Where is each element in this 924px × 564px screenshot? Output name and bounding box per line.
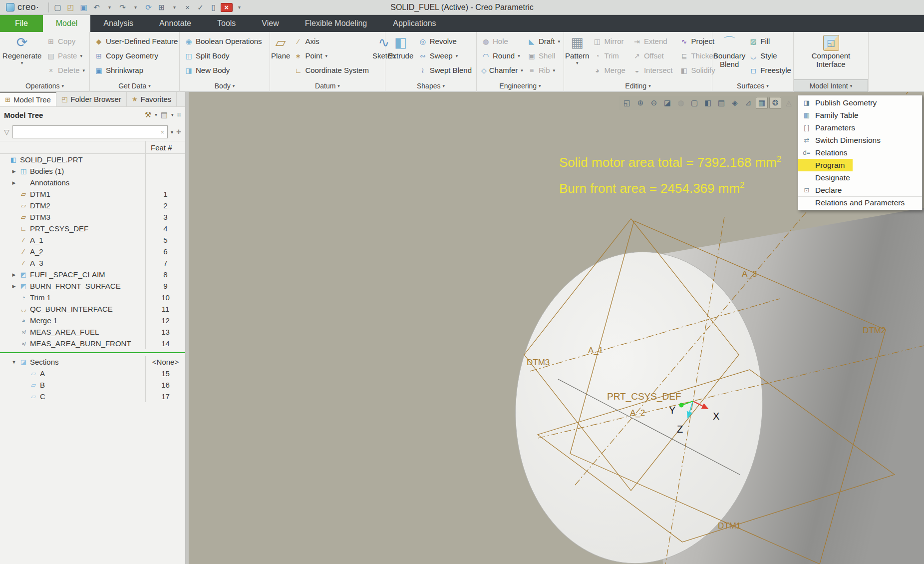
group-label-surfaces[interactable]: Surfaces▾: [712, 79, 793, 92]
copy-geometry-button[interactable]: ⊞Copy Geometry: [91, 48, 181, 63]
ribbon-tab[interactable]: File: [0, 15, 43, 32]
capture-icon[interactable]: ▤: [715, 97, 727, 109]
swept-blend-button[interactable]: ≀Swept Blend: [415, 63, 475, 77]
overflow-caret-icon[interactable]: ▾: [234, 1, 246, 13]
filter-icon[interactable]: ▽: [4, 128, 9, 136]
a1-label[interactable]: A_1: [588, 346, 603, 355]
insert-here-indicator[interactable]: [0, 352, 185, 353]
panel-tab[interactable]: ◰ Folder Browser: [56, 92, 127, 106]
menu-item[interactable]: ◨ Publish Geometry: [798, 96, 922, 109]
tree-row[interactable]: A_2 6: [0, 246, 185, 257]
mirror-button[interactable]: ◫Mirror: [589, 34, 629, 48]
tree-row[interactable]: ▶ BURN_FRONT_SURFACE 9: [0, 280, 185, 292]
shell-button[interactable]: ▣Shell: [524, 48, 564, 63]
csys-label[interactable]: PRT_CSYS_DEF: [607, 391, 681, 402]
tree-row[interactable]: SOLID_FUEL.PRT: [0, 154, 185, 165]
ribbon-tab[interactable]: Annotate: [146, 15, 204, 32]
redo-caret-icon[interactable]: ▾: [130, 1, 142, 13]
tree-row[interactable]: A_1 5: [0, 234, 185, 246]
dtm1-label[interactable]: DTM1: [718, 521, 741, 531]
merge-button[interactable]: ◕Merge: [589, 63, 629, 77]
expand-arrow-icon[interactable]: ▶: [10, 284, 18, 289]
udf-button[interactable]: ◆User-Defined Feature: [91, 34, 181, 48]
chamfer-button[interactable]: ◇Chamfer▾: [478, 63, 524, 77]
tree-search-input[interactable]: ×: [12, 125, 168, 138]
point-button[interactable]: ∗Point▾: [290, 48, 372, 63]
group-label-operations[interactable]: Operations▾: [0, 79, 89, 92]
zoom-in-icon[interactable]: ⊕: [634, 97, 646, 109]
group-label-get-data[interactable]: Get Data▾: [90, 79, 179, 92]
expand-arrow-icon[interactable]: ▶: [10, 169, 18, 174]
sweep-button[interactable]: ∾Sweep▾: [415, 48, 475, 63]
view-manager-icon[interactable]: ◈: [729, 97, 741, 109]
fill-button[interactable]: ▨Fill: [745, 34, 795, 48]
search-caret-icon[interactable]: ▾: [171, 129, 173, 135]
menu-item[interactable]: ▦ Family Table: [798, 109, 922, 121]
zoom-out-icon[interactable]: ⊖: [648, 97, 660, 109]
revolve-button[interactable]: ◎Revolve: [415, 34, 475, 48]
tree-row[interactable]: DTM2 2: [0, 200, 185, 211]
menu-item[interactable]: Designate: [798, 171, 922, 184]
named-views-icon[interactable]: ▢: [688, 97, 700, 109]
tree-column-settings-icon[interactable]: ⌗: [177, 110, 181, 119]
tree-row[interactable]: PRT_CSYS_DEF 4: [0, 223, 185, 234]
expand-arrow-icon[interactable]: ▼: [10, 360, 18, 365]
ribbon-tab[interactable]: Tools: [204, 15, 249, 32]
spin-center-icon[interactable]: ❂: [769, 97, 781, 109]
new-window-icon[interactable]: ▯: [208, 1, 220, 13]
menu-item[interactable]: [ ] Parameters: [798, 121, 922, 134]
window-caret-icon[interactable]: ▾: [169, 1, 181, 13]
tree-row[interactable]: B 16: [0, 379, 185, 391]
plane-button[interactable]: ▱ Plane: [271, 34, 290, 60]
axis-button[interactable]: ∕Axis: [290, 34, 372, 48]
a3-label[interactable]: A_3: [742, 269, 757, 279]
tree-row[interactable]: ▶ Bodies (1): [0, 165, 185, 177]
pattern-button[interactable]: ▦ Pattern ▾: [565, 34, 589, 66]
paste-button[interactable]: ▤Paste▾: [43, 48, 88, 63]
group-label-body[interactable]: Body▾: [180, 79, 270, 92]
save-icon[interactable]: ▣: [78, 1, 90, 13]
new-file-icon[interactable]: ▢: [52, 1, 64, 13]
delete-button[interactable]: ×Delete▾: [43, 63, 88, 77]
split-body-button[interactable]: ◫Split Body: [181, 48, 266, 63]
tree-row[interactable]: A_3 7: [0, 257, 185, 269]
tree-row[interactable]: C 17: [0, 391, 185, 402]
tree-row[interactable]: QC_BURN_INTERFACE 11: [0, 303, 185, 315]
rib-button[interactable]: ≡Rib▾: [524, 63, 564, 77]
group-label-engineering[interactable]: Engineering▾: [477, 79, 564, 92]
menu-item[interactable]: Program: [798, 159, 922, 171]
display-style-icon[interactable]: ◧: [702, 97, 714, 109]
regenerate-button[interactable]: ⟳ Regenerate ▾: [1, 34, 43, 66]
chevron-down-icon[interactable]: ▾: [171, 112, 174, 117]
window-switch-icon[interactable]: ⊞: [156, 1, 168, 13]
ribbon-tab[interactable]: Applications: [380, 15, 449, 32]
ribbon-tab[interactable]: Model: [43, 15, 91, 32]
tree-row[interactable]: ▶ FUEL_SPACE_CLAIM 8: [0, 269, 185, 280]
component-interface-button[interactable]: ◱ Component Interface: [805, 34, 857, 69]
annotation-display-icon[interactable]: ▦: [756, 97, 768, 109]
menu-item[interactable]: ⊡ Declare: [798, 184, 922, 196]
validate-icon[interactable]: ✓: [195, 1, 207, 13]
warning-icon[interactable]: ◬: [783, 97, 795, 109]
extrude-button[interactable]: ◧ Extrude: [386, 34, 415, 60]
tree-row[interactable]: MEAS_AREA_BURN_FRONT 14: [0, 338, 185, 349]
tree-row[interactable]: ▼ Sections <None>: [0, 356, 185, 368]
boolean-operations-button[interactable]: ◉Boolean Operations: [181, 34, 266, 48]
redo-icon[interactable]: ↷: [117, 1, 129, 13]
chevron-down-icon[interactable]: ▾: [155, 112, 157, 117]
a2-label[interactable]: A_2: [630, 408, 645, 418]
ribbon-tab[interactable]: Flexible Modeling: [292, 15, 380, 32]
undo-icon[interactable]: ↶: [91, 1, 103, 13]
style-button[interactable]: ◡Style: [745, 48, 795, 63]
dtm3-label[interactable]: DTM3: [527, 358, 550, 367]
tree-row[interactable]: Merge 1 12: [0, 315, 185, 326]
intersect-button[interactable]: ◒Intersect: [629, 63, 676, 77]
group-label-editing[interactable]: Editing▾: [564, 79, 712, 92]
shrinkwrap-button[interactable]: ▣Shrinkwrap: [91, 63, 181, 77]
open-file-icon[interactable]: ◰: [65, 1, 77, 13]
group-label-datum[interactable]: Datum▾: [270, 79, 385, 92]
undo-caret-icon[interactable]: ▾: [104, 1, 116, 13]
copy-button[interactable]: ⊞Copy: [43, 34, 88, 48]
tree-tools-icon[interactable]: ⚒: [145, 110, 151, 119]
tree-row[interactable]: MEAS_AREA_FUEL 13: [0, 326, 185, 338]
